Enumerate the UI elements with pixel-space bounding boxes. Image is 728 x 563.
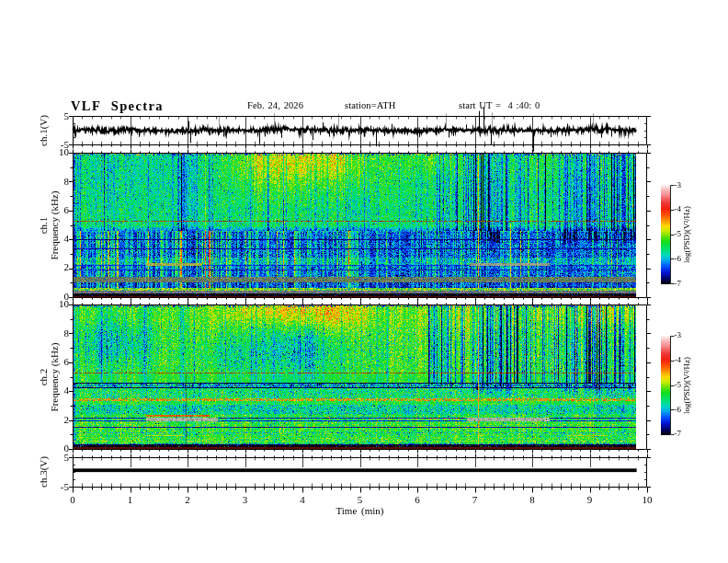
ch1_spec-y-tick-label: 6 [43,204,69,215]
colorbar1-title: log(PSD)(V²/Hz) [682,206,691,263]
colorbar-tick-label: -4 [675,204,682,213]
ch1_wave-y-tick-label: -5 [43,139,69,150]
ch2_spec-y-tick-label: 10 [43,298,69,309]
ch2-spec-ylabel-line1: ch.2 [38,368,49,385]
x-tick-label: 6 [406,494,428,505]
page-title: VLF Spectra [71,98,164,114]
x-tick-label: 10 [636,494,658,505]
ch3_wave-y-tick-label: 5 [43,452,69,463]
ch2_spec-y-tick-label: 6 [43,356,69,367]
colorbar-tick-label: -5 [675,229,682,238]
ch2-spec-ylabel: ch.2Frequency (kHz) [38,342,60,411]
x-axis-title: Time (min) [304,505,415,516]
header-start-ut: start UT = 4 :40: 0 [459,100,540,110]
colorbar-tick-label: -6 [675,405,682,414]
ch2-spec-ylabel-line2: Frequency (kHz) [49,342,60,411]
x-tick-label: 1 [119,494,142,505]
x-tick-label: 0 [62,494,84,505]
ch2_spec-y-tick-label: 2 [43,414,69,425]
ch1-spec-ylabel-line1: ch.1 [38,216,49,234]
ch1_spec-y-tick-label: 8 [43,176,69,187]
x-tick-label: 5 [349,494,371,505]
ch2_spec-y-tick-label: 8 [43,327,69,339]
figure-canvas [0,0,728,563]
colorbar-tick-label: -6 [675,254,682,263]
ch1_spec-y-tick-label: 4 [43,233,69,244]
x-tick-label: 9 [579,494,601,505]
colorbar-tick-label: -5 [675,380,682,389]
header-station: station=ATH [345,100,395,110]
colorbar-tick-label: -7 [675,279,682,288]
ch1-spec-ylabel-line2: Frequency (kHz) [49,190,60,259]
vlf-spectra-figure: VLF Spectra Feb. 24, 2026 station=ATH st… [0,0,728,563]
x-tick-label: 8 [521,494,543,505]
header-date: Feb. 24, 2026 [247,100,303,110]
colorbar-tick-label: -4 [675,355,682,364]
x-tick-label: 7 [464,494,486,505]
ch1-spec-ylabel: ch.1Frequency (kHz) [38,190,60,259]
colorbar-tick-label: -3 [675,330,682,339]
colorbar2-title: log(PSD)(V²/Hz) [682,356,691,413]
colorbar-tick-label: -7 [675,429,682,438]
x-tick-label: 4 [291,494,313,505]
x-tick-label: 2 [176,494,199,505]
ch3_wave-y-tick-label: -5 [43,481,69,492]
colorbar-tick-label: -3 [675,180,682,190]
ch1_spec-y-tick-label: 2 [43,261,69,272]
ch2_spec-y-tick-label: 4 [43,385,69,396]
colorbar-ch2 [661,336,670,435]
x-tick-label: 3 [234,494,256,505]
colorbar-ch1 [661,185,670,284]
ch1_wave-y-tick-label: 5 [43,110,69,121]
